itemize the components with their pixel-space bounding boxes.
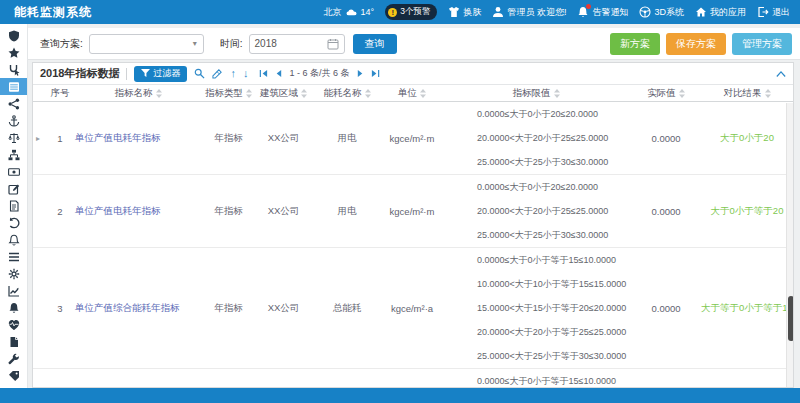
limit-range-line: 20.0000<大于20小于25≤25.0000 [441, 199, 631, 223]
row-result: 大于0小于等于20 [701, 205, 793, 218]
sidebar-item-money[interactable] [0, 163, 27, 180]
row-energy: 用电 [311, 132, 383, 145]
column-header-energy[interactable]: 能耗名称 [311, 87, 383, 100]
user-menu[interactable]: 管理员 欢迎您! [492, 6, 566, 19]
last-page-button[interactable] [371, 69, 380, 78]
sidebar-item-scale[interactable] [0, 129, 27, 146]
tag-icon [8, 370, 20, 382]
prev-page-button[interactable] [274, 69, 283, 78]
sidebar-item-share[interactable] [0, 95, 27, 112]
query-bar: 查询方案: ▾ 时间: 2018 查询 新方案 保存方案 管理方案 [28, 28, 800, 60]
home-icon [695, 6, 707, 18]
sidebar-item-heart-pulse[interactable] [0, 316, 27, 333]
sidebar-item-bell[interactable] [0, 299, 27, 316]
column-header-limits[interactable]: 指标限值 [441, 87, 631, 100]
row-area: XX公司 [256, 132, 311, 145]
first-page-button[interactable] [259, 69, 268, 78]
indicator-name-link[interactable]: 单位产值综合能耗年指标 [75, 302, 201, 315]
row-seq: 1 [45, 133, 75, 144]
sidebar-item-data-grid[interactable] [0, 78, 27, 95]
sidebar-item-edit[interactable] [0, 180, 27, 197]
grid-toolbar: 2018年指标数据 过滤器 ↑ ↓ 1 - 6 条/共 6 条 [33, 63, 793, 85]
sidebar-item-bell-outline[interactable] [0, 231, 27, 248]
sidebar-item-wrench[interactable] [0, 350, 27, 367]
money-icon [8, 166, 20, 178]
column-header-name[interactable]: 指标名称 [75, 87, 201, 100]
sidebar-item-document[interactable] [0, 197, 27, 214]
new-plan-button[interactable]: 新方案 [610, 33, 660, 55]
share-nodes-icon [8, 98, 20, 110]
logout-icon [757, 6, 769, 18]
sidebar-item-menu[interactable] [0, 248, 27, 265]
alarm-notice-label: 告警通知 [592, 6, 628, 19]
indicator-name-link[interactable]: 单位产值电耗年指标 [75, 205, 201, 218]
bell-icon [8, 302, 20, 314]
column-header-actual[interactable]: 实际值 [631, 87, 701, 100]
sidebar-item-file[interactable] [0, 333, 27, 350]
sort-icon [554, 89, 560, 98]
filter-button-label: 过滤器 [153, 67, 180, 80]
row-area: XX公司 [256, 302, 311, 315]
sidebar-item-tag[interactable] [0, 367, 27, 384]
row-unit: kgce/m²·m [383, 206, 441, 217]
move-up-button[interactable]: ↑ [230, 68, 236, 79]
manage-plan-button[interactable]: 管理方案 [732, 33, 792, 55]
row-unit: kgce/m²·m [383, 133, 441, 144]
clear-filter-button[interactable] [212, 68, 223, 79]
sidebar-item-sitemap[interactable] [0, 146, 27, 163]
collapse-panel-button[interactable] [776, 70, 786, 78]
sidebar-item-gear[interactable] [0, 265, 27, 282]
system-3d-button[interactable]: 3D系统 [639, 6, 684, 19]
grid-title: 2018年指标数据 [40, 66, 119, 81]
sidebar-item-star[interactable] [0, 44, 27, 61]
column-header-seq: 序号 [45, 87, 75, 100]
heart-pulse-icon [8, 319, 20, 331]
next-page-button[interactable] [356, 69, 365, 78]
table-row[interactable]: ▸ 2 单位产值电耗年指标 年指标 XX公司 用电 kgce/m²·m 0.00… [33, 175, 793, 248]
chevron-down-icon: ▾ [193, 39, 197, 48]
sidebar-item-shield[interactable] [0, 27, 27, 44]
logout-button[interactable]: 退出 [757, 6, 790, 19]
prev-page-icon [274, 69, 283, 78]
edit-icon [8, 183, 20, 195]
table-row[interactable]: ▸ 1 单位产值电耗年指标 年指标 XX公司 用电 kgce/m²·m 0.00… [33, 102, 793, 175]
search-button[interactable]: 查询 [353, 34, 397, 54]
plan-select[interactable]: ▾ [89, 34, 204, 54]
row-limits: 0.0000≤大于0小于20≤20.000020.0000<大于20小于25≤2… [441, 102, 631, 174]
indicator-name-link[interactable]: 单位产值电耗年指标 [75, 132, 201, 145]
save-plan-button[interactable]: 保存方案 [666, 33, 726, 55]
time-input[interactable]: 2018 [249, 34, 345, 54]
column-header-unit[interactable]: 单位 [383, 87, 441, 100]
table-row[interactable]: ▸ 3 单位产值综合能耗年指标 年指标 XX公司 总能耗 kgce/m²·a 0… [33, 248, 793, 369]
row-actual: 0.0000 [631, 303, 701, 314]
vertical-scrollbar[interactable] [786, 103, 793, 387]
column-header-result[interactable]: 对比结果 [701, 87, 793, 100]
column-header-area[interactable]: 建筑区域 [256, 87, 311, 100]
row-result: 大于0小于20 [701, 132, 793, 145]
sidebar-item-chart[interactable] [0, 282, 27, 299]
skin-switch-button[interactable]: 换肤 [448, 6, 481, 19]
alarm-notice-button[interactable]: 告警通知 [577, 6, 628, 19]
select-cursor-icon [8, 64, 20, 76]
table-row[interactable]: ▸ 0.0000≤大于0小于等于15≤10.0000 [33, 369, 793, 388]
sidebar-item-history[interactable] [0, 214, 27, 231]
filter-button[interactable]: 过滤器 [134, 66, 187, 82]
history-icon [8, 217, 20, 229]
weather-temp: 14° [361, 7, 375, 17]
row-seq: 3 [45, 303, 75, 314]
scale-icon [8, 132, 20, 144]
sidebar-item-anchor[interactable] [0, 112, 27, 129]
sidebar-item-select[interactable] [0, 61, 27, 78]
sort-icon [246, 89, 252, 98]
column-header-type[interactable]: 指标类型 [201, 87, 256, 100]
header-right: 北京 14° ! 3个预警 换肤 管理员 欢迎您! 告警通知 3D系统 [324, 4, 790, 20]
expand-row-icon[interactable]: ▸ [33, 134, 45, 143]
alert-badge[interactable]: ! 3个预警 [385, 4, 437, 20]
alert-count-label: 3个预警 [400, 6, 430, 18]
move-down-button[interactable]: ↓ [243, 68, 249, 79]
my-apps-button[interactable]: 我的应用 [695, 6, 746, 19]
scrollbar-thumb[interactable] [788, 296, 794, 341]
logout-label: 退出 [772, 6, 790, 19]
table-body: ▸ 1 单位产值电耗年指标 年指标 XX公司 用电 kgce/m²·m 0.00… [33, 102, 793, 388]
search-grid-button[interactable] [194, 68, 205, 79]
